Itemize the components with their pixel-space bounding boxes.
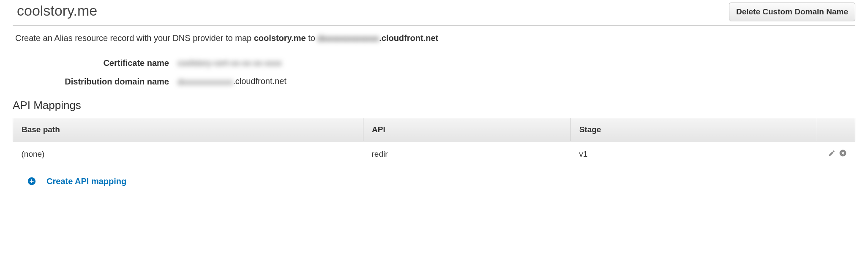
cell-api: redir [363, 141, 571, 167]
create-api-mapping-row: Create API mapping [13, 167, 855, 196]
certificate-name-label: Certificate name [13, 58, 177, 68]
distribution-domain-redacted: dxxxxxxxxxxxx [177, 77, 233, 87]
instructions-target-redacted: dxxxxxxxxxxxx [317, 34, 379, 44]
instructions-prefix: Create an Alias resource record with you… [15, 33, 254, 43]
create-api-mapping-plus[interactable] [27, 177, 36, 186]
certificate-name-redacted: coolstory-cert-xx-xx-xx-xxxx [177, 58, 282, 68]
delete-mapping-button[interactable] [839, 149, 847, 157]
edit-mapping-button[interactable] [828, 150, 835, 157]
pencil-icon [828, 150, 835, 157]
certificate-name-value: coolstory-cert-xx-xx-xx-xxxx [177, 58, 282, 68]
alias-instructions: Create an Alias resource record with you… [13, 26, 855, 54]
col-stage: Stage [570, 118, 817, 141]
instructions-target-suffix: .cloudfront.net [379, 33, 438, 43]
domain-header: coolstory.me Delete Custom Domain Name [13, 0, 855, 26]
delete-custom-domain-button[interactable]: Delete Custom Domain Name [729, 3, 855, 21]
table-header-row: Base path API Stage [13, 118, 855, 141]
col-actions [817, 118, 855, 141]
distribution-domain-value: dxxxxxxxxxxxx.cloudfront.net [177, 76, 287, 87]
distribution-domain-row: Distribution domain name dxxxxxxxxxxxx.c… [13, 72, 855, 91]
instructions-domain: coolstory.me [254, 33, 306, 43]
cell-actions [817, 141, 855, 167]
plus-circle-icon [27, 177, 36, 186]
col-api: API [363, 118, 571, 141]
cell-base-path: (none) [13, 141, 363, 167]
distribution-domain-label: Distribution domain name [13, 77, 177, 87]
create-api-mapping-link[interactable]: Create API mapping [46, 177, 126, 186]
api-mappings-title: API Mappings [13, 99, 855, 112]
cell-stage: v1 [570, 141, 817, 167]
table-row: (none) redir v1 [13, 141, 855, 167]
distribution-domain-suffix: .cloudfront.net [233, 76, 287, 86]
certificate-name-row: Certificate name coolstory-cert-xx-xx-xx… [13, 54, 855, 72]
domain-title: coolstory.me [17, 3, 97, 19]
api-mappings-table: Base path API Stage (none) redir v1 [13, 118, 855, 167]
col-base-path: Base path [13, 118, 363, 141]
close-circle-icon [839, 149, 847, 157]
instructions-middle: to [306, 33, 318, 43]
